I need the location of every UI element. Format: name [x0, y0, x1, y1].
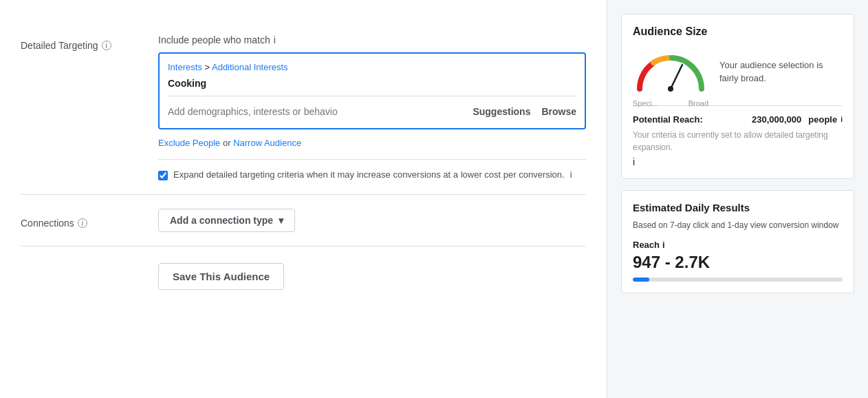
add-connection-type-button[interactable]: Add a connection type ▾: [158, 209, 295, 232]
right-panel: Audience Size: [607, 0, 868, 398]
suggestions-button[interactable]: Suggestions: [473, 106, 530, 117]
estimated-daily-panel: Estimated Daily Results Based on 7-day c…: [621, 190, 854, 293]
cooking-tag: Cooking: [168, 78, 206, 89]
gauge-specific-label: Speci...: [633, 99, 658, 107]
gauge-broad-label: Broad: [688, 99, 708, 107]
audience-size-panel: Audience Size: [621, 14, 854, 179]
add-connection-type-label: Add a connection type: [170, 215, 273, 226]
detailed-targeting-section: Detailed Targeting i Include people who …: [21, 21, 586, 195]
svg-point-1: [668, 86, 673, 92]
reach-note: Your criteria is currently set to allow …: [633, 129, 843, 154]
checkbox-info-icon[interactable]: i: [570, 169, 572, 180]
search-input[interactable]: [168, 103, 473, 120]
detailed-targeting-text: Detailed Targeting: [21, 40, 98, 51]
search-actions: Suggestions Browse: [473, 106, 576, 117]
audience-size-title: Audience Size: [633, 25, 843, 38]
reach-stat-label: Reach i: [633, 240, 843, 250]
additional-interests-breadcrumb-link[interactable]: Additional Interests: [212, 62, 288, 72]
tag-row: Cooking: [168, 78, 576, 89]
connections-content: Add a connection type ▾: [158, 209, 586, 232]
expand-targeting-row: Expand detailed targeting criteria when …: [158, 169, 586, 180]
search-row: Suggestions Browse: [168, 96, 576, 120]
connections-label-text: Connections: [21, 218, 74, 229]
targeting-box: Interests > Additional Interests Cooking…: [158, 52, 586, 129]
breadcrumb: Interests > Additional Interests: [168, 62, 576, 72]
browse-button[interactable]: Browse: [541, 106, 576, 117]
estimated-daily-note: Based on 7-day click and 1-day view conv…: [633, 219, 843, 231]
potential-reach-info-icon[interactable]: i: [840, 116, 843, 123]
connections-info-icon[interactable]: i: [78, 218, 87, 228]
potential-reach-label: Potential Reach:: [633, 114, 703, 125]
expand-targeting-label: Expand detailed targeting criteria when …: [173, 169, 565, 180]
include-info-icon[interactable]: i: [274, 34, 276, 45]
include-label: Include people who match i: [158, 34, 586, 45]
estimated-daily-title: Estimated Daily Results: [633, 202, 843, 213]
potential-reach-value: 230,000,000 people i: [752, 114, 843, 125]
detailed-targeting-info-icon[interactable]: i: [102, 41, 111, 50]
include-label-text: Include people who match: [158, 34, 270, 45]
reach-label-text: Reach: [633, 240, 660, 250]
connections-label: Connections i: [21, 212, 158, 229]
interests-breadcrumb-link[interactable]: Interests: [168, 62, 202, 72]
breadcrumb-separator: >: [204, 62, 212, 72]
chevron-down-icon: ▾: [279, 215, 283, 226]
detailed-targeting-label: Detailed Targeting i: [21, 34, 158, 51]
detailed-targeting-content: Include people who match i Interests > A…: [158, 34, 586, 180]
reach-stat-value: 947 - 2.7K: [633, 253, 843, 272]
gauge-svg: [633, 48, 708, 96]
potential-reach-number: 230,000,000: [752, 114, 801, 125]
gauge-labels: Speci... Broad: [633, 99, 708, 107]
connections-section: Connections i Add a connection type ▾: [21, 195, 586, 247]
reach-stat-info-icon[interactable]: i: [662, 240, 665, 250]
gauge-container: Speci... Broad: [633, 48, 708, 96]
or-text: or: [223, 138, 233, 148]
expand-targeting-checkbox[interactable]: [158, 171, 168, 180]
reach-note-info-icon[interactable]: i: [633, 156, 635, 167]
gauge-row: Speci... Broad Your audience selection i…: [633, 48, 843, 96]
svg-line-0: [671, 65, 682, 89]
potential-reach-unit: people: [808, 114, 837, 125]
progress-bar-fill: [633, 277, 649, 282]
exclude-row: Exclude People or Narrow Audience: [158, 138, 586, 148]
potential-reach-row: Potential Reach: 230,000,000 people i: [633, 114, 843, 125]
progress-bar-background: [633, 277, 843, 282]
exclude-people-link[interactable]: Exclude People: [158, 138, 220, 148]
narrow-audience-link[interactable]: Narrow Audience: [233, 138, 301, 148]
save-section: Save This Audience: [21, 247, 586, 306]
section-divider: [158, 159, 586, 160]
audience-description: Your audience selection is fairly broad.: [719, 59, 843, 85]
save-audience-button[interactable]: Save This Audience: [158, 263, 284, 290]
